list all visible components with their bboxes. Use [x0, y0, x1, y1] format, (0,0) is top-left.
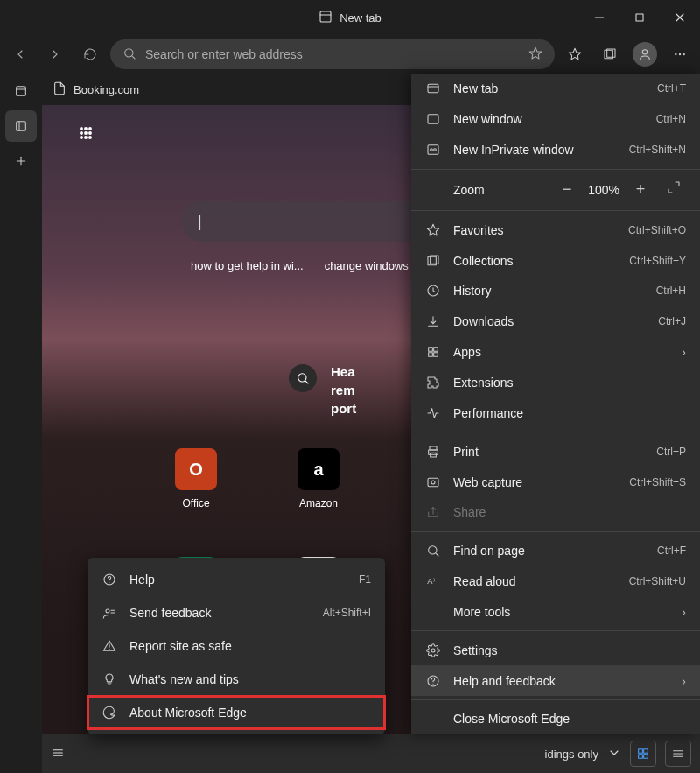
- svg-point-48: [434, 149, 437, 151]
- address-bar[interactable]: Search or enter web address: [110, 39, 555, 69]
- frequent-link-2[interactable]: change windows: [325, 259, 409, 272]
- svg-point-22: [80, 128, 83, 130]
- menu-zoom: Zoom−100%+: [411, 173, 700, 207]
- svg-point-25: [80, 132, 83, 135]
- zoom-out-button[interactable]: −: [555, 180, 579, 199]
- star-add-icon[interactable]: [528, 46, 542, 63]
- menu-new-inprivate[interactable]: New InPrivate windowCtrl+Shift+N: [411, 135, 700, 165]
- maximize-button[interactable]: [620, 0, 660, 35]
- svg-text:A⁾: A⁾: [427, 577, 434, 586]
- svg-rect-0: [320, 11, 331, 22]
- share-icon: [425, 505, 441, 519]
- vertical-tabs-rail: [0, 74, 42, 177]
- edge-icon: [102, 706, 117, 720]
- svg-point-14: [679, 53, 680, 54]
- collections-button[interactable]: [595, 39, 625, 69]
- svg-rect-57: [429, 353, 433, 357]
- svg-rect-43: [428, 85, 438, 93]
- menu-close-edge[interactable]: Close Microsoft Edge: [411, 704, 700, 734]
- feed-menu-icon[interactable]: [51, 746, 65, 762]
- svg-point-47: [430, 149, 433, 151]
- window-title: New tab: [318, 10, 382, 26]
- rail-tabs-button[interactable]: [5, 75, 37, 107]
- menu-apps[interactable]: Apps›: [411, 337, 700, 368]
- star-icon: [425, 223, 441, 237]
- profile-button[interactable]: [630, 39, 660, 69]
- menu-print[interactable]: PrintCtrl+P: [411, 436, 700, 467]
- menu-more-tools[interactable]: More tools›: [411, 597, 700, 628]
- submenu-send-feedback[interactable]: Send feedbackAlt+Shift+I: [88, 596, 385, 629]
- chevron-down-icon[interactable]: [607, 746, 621, 762]
- menu-collections[interactable]: CollectionsCtrl+Shift+Y: [411, 245, 700, 276]
- svg-rect-46: [428, 145, 438, 155]
- settings-and-more-menu: New tabCtrl+T New windowCtrl+N New InPri…: [411, 74, 700, 734]
- svg-rect-55: [429, 348, 433, 352]
- rail-newtab-button[interactable]: [5, 110, 37, 142]
- menu-share: Share: [411, 497, 700, 528]
- menu-read-aloud[interactable]: A⁾Read aloudCtrl+Shift+U: [411, 566, 700, 597]
- svg-line-66: [436, 553, 438, 556]
- rail-add-button[interactable]: [5, 145, 37, 177]
- news-headline[interactable]: Hea rem port: [331, 362, 356, 418]
- performance-icon: [425, 406, 441, 420]
- fullscreen-button[interactable]: [662, 180, 686, 199]
- submenu-whats-new[interactable]: What's new and tips: [88, 663, 385, 696]
- apps-icon: [425, 345, 441, 359]
- menu-find[interactable]: Find on pageCtrl+F: [411, 536, 700, 566]
- menu-new-window[interactable]: New windowCtrl+N: [411, 104, 700, 135]
- svg-rect-59: [430, 446, 437, 450]
- forward-button[interactable]: [40, 39, 70, 69]
- layout-list-button[interactable]: [665, 741, 691, 767]
- svg-point-24: [89, 128, 92, 130]
- svg-point-15: [683, 53, 684, 54]
- svg-point-28: [80, 137, 83, 139]
- menu-settings[interactable]: Settings: [411, 635, 700, 665]
- svg-point-29: [85, 137, 88, 139]
- minimize-button[interactable]: [579, 0, 620, 35]
- submenu-help[interactable]: HelpF1: [88, 563, 385, 596]
- svg-point-26: [85, 132, 88, 135]
- svg-marker-49: [427, 224, 438, 235]
- menu-help-and-feedback[interactable]: Help and feedback›: [411, 665, 700, 696]
- menu-extensions[interactable]: Extensions: [411, 368, 700, 398]
- frequent-link-1[interactable]: how to get help in wi...: [191, 259, 304, 272]
- refresh-button[interactable]: [75, 39, 105, 69]
- read-aloud-icon: A⁾: [425, 574, 441, 588]
- help-icon: [102, 573, 117, 587]
- svg-point-12: [642, 50, 647, 54]
- download-icon: [425, 314, 441, 328]
- gear-icon: [425, 643, 441, 657]
- menu-web-capture[interactable]: Web captureCtrl+Shift+S: [411, 467, 700, 497]
- favorites-button[interactable]: [560, 39, 590, 69]
- menu-downloads[interactable]: DownloadsCtrl+J: [411, 306, 700, 337]
- menu-new-tab[interactable]: New tabCtrl+T: [411, 74, 700, 104]
- submenu-about-edge[interactable]: About Microsoft Edge: [88, 696, 385, 729]
- chevron-right-icon: ›: [682, 605, 686, 619]
- back-button[interactable]: [5, 39, 35, 69]
- inprivate-icon: [425, 143, 441, 157]
- menu-favorites[interactable]: FavoritesCtrl+Shift+O: [411, 214, 700, 245]
- tile-amazon[interactable]: aAmazon: [270, 448, 368, 509]
- submenu-report-safe[interactable]: Report site as safe: [88, 629, 385, 663]
- close-button[interactable]: [660, 0, 700, 35]
- toolbar: Search or enter web address: [0, 35, 700, 74]
- print-icon: [425, 445, 441, 459]
- tile-office[interactable]: OOffice: [147, 448, 245, 509]
- feed-mode-label[interactable]: idings only: [545, 748, 598, 761]
- window-title-text: New tab: [340, 11, 382, 25]
- window-icon: [425, 112, 441, 126]
- apps-grid-icon[interactable]: [77, 124, 94, 145]
- svg-rect-18: [17, 122, 26, 131]
- zoom-value: 100%: [588, 183, 620, 197]
- svg-point-73: [106, 609, 109, 613]
- tab-icon: [318, 10, 332, 26]
- feedback-icon: [102, 606, 117, 620]
- menu-history[interactable]: HistoryCtrl+H: [411, 276, 700, 306]
- svg-point-68: [431, 649, 435, 652]
- more-menu-button[interactable]: [665, 39, 695, 69]
- zoom-in-button[interactable]: +: [628, 180, 653, 199]
- active-tab-label[interactable]: Booking.com: [74, 83, 139, 96]
- layout-grid-button[interactable]: [630, 741, 656, 767]
- mic-search-icon[interactable]: [289, 364, 317, 392]
- menu-performance[interactable]: Performance: [411, 397, 700, 428]
